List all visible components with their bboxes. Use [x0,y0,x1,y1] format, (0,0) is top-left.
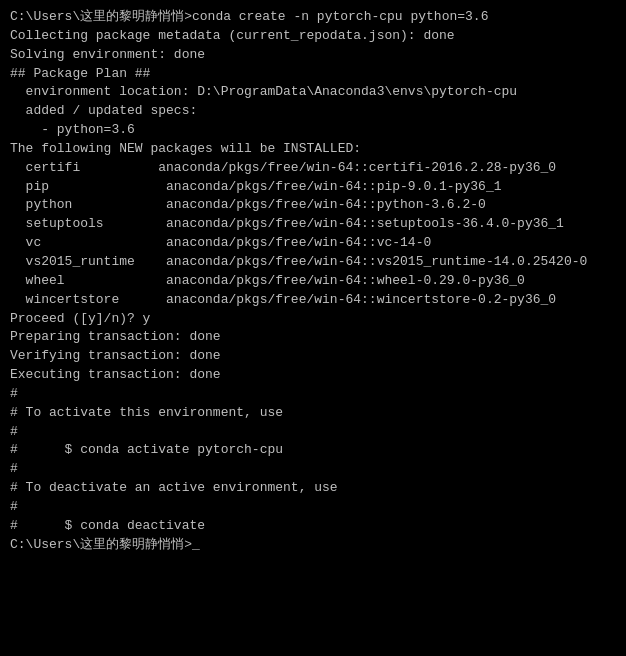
pkg-wincertstore: wincertstore anaconda/pkgs/free/win-64::… [10,291,616,310]
prep-tx: Preparing transaction: done [10,328,616,347]
final-prompt: C:\Users\这里的黎明静悄悄>_ [10,536,616,555]
deactivate-cmd: # $ conda deactivate [10,517,616,536]
added-updated: added / updated specs: [10,102,616,121]
hash4: # [10,498,616,517]
solving: Solving environment: done [10,46,616,65]
pkg-vs2015: vs2015_runtime anaconda/pkgs/free/win-64… [10,253,616,272]
exec-tx: Executing transaction: done [10,366,616,385]
collecting: Collecting package metadata (current_rep… [10,27,616,46]
verify-tx: Verifying transaction: done [10,347,616,366]
pkg-pip: pip anaconda/pkgs/free/win-64::pip-9.0.1… [10,178,616,197]
new-packages-header: The following NEW packages will be INSTA… [10,140,616,159]
hash3: # [10,460,616,479]
pkg-wheel: wheel anaconda/pkgs/free/win-64::wheel-0… [10,272,616,291]
pkg-setuptools: setuptools anaconda/pkgs/free/win-64::se… [10,215,616,234]
python-spec: - python=3.6 [10,121,616,140]
pkg-python: python anaconda/pkgs/free/win-64::python… [10,196,616,215]
activate-cmd: # $ conda activate pytorch-cpu [10,441,616,460]
cmd-prompt: C:\Users\这里的黎明静悄悄>conda create -n pytorc… [10,8,616,27]
deactivate-comment: # To deactivate an active environment, u… [10,479,616,498]
proceed: Proceed ([y]/n)? y [10,310,616,329]
pkg-vc: vc anaconda/pkgs/free/win-64::vc-14-0 [10,234,616,253]
env-location: environment location: D:\ProgramData\Ana… [10,83,616,102]
pkg-certifi: certifi anaconda/pkgs/free/win-64::certi… [10,159,616,178]
pkg-plan-header: ## Package Plan ## [10,65,616,84]
hash2: # [10,423,616,442]
activate-comment: # To activate this environment, use [10,404,616,423]
terminal-window: C:\Users\这里的黎明静悄悄>conda create -n pytorc… [10,8,616,554]
hash1: # [10,385,616,404]
